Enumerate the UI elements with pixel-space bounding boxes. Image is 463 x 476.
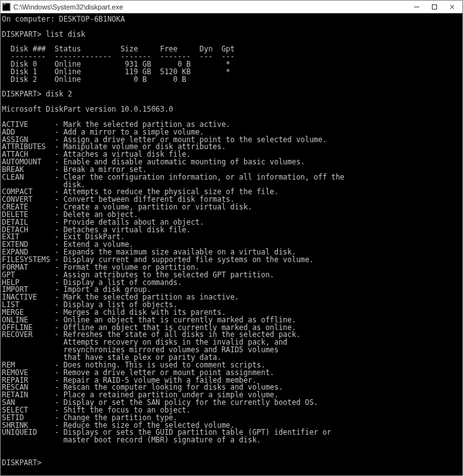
svg-rect-1 [3,4,6,4]
app-window: C:\Windows\System32\diskpart.exe On comp… [0,0,463,476]
title-bar[interactable]: C:\Windows\System32\diskpart.exe [1,1,462,13]
window-title: C:\Windows\System32\diskpart.exe [13,3,408,11]
close-button[interactable] [443,1,461,13]
terminal-content: On computer: DESKTOP-6B1NOKA DISKPART> l… [2,16,461,467]
minimize-button[interactable] [408,1,426,13]
svg-rect-3 [433,4,437,9]
app-icon [2,3,11,11]
terminal-output[interactable]: On computer: DESKTOP-6B1NOKA DISKPART> l… [1,13,462,475]
maximize-button[interactable] [426,1,443,13]
window-controls [408,1,461,13]
